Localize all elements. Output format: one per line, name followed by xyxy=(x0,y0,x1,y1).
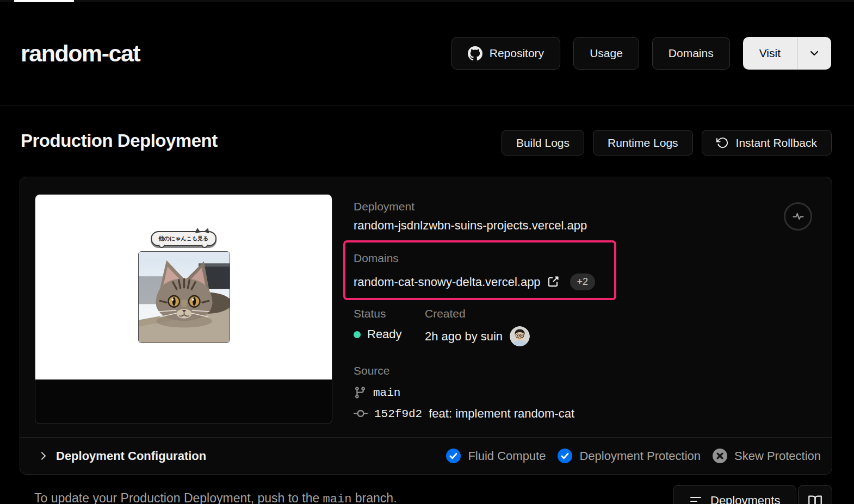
cat-paw-icon xyxy=(158,245,165,248)
deployments-button[interactable]: Deployments xyxy=(673,485,796,504)
docs-button[interactable] xyxy=(798,485,832,504)
update-hint-text: To update your Production Deployment, pu… xyxy=(34,491,397,504)
cat-photo xyxy=(138,251,230,343)
commit-message: feat: implement random-cat xyxy=(429,407,574,421)
chevron-down-icon xyxy=(808,47,821,60)
repository-button[interactable]: Repository xyxy=(451,37,560,70)
more-domains-badge[interactable]: +2 xyxy=(570,273,596,290)
domains-button[interactable]: Domains xyxy=(652,37,730,70)
source-commit-row: 152f9d2 feat: implement random-cat xyxy=(354,407,574,421)
source-branch-name[interactable]: main xyxy=(373,387,400,399)
status-value: Ready xyxy=(354,327,402,341)
visit-split-button: Visit xyxy=(743,37,831,70)
status-ready-text: Ready xyxy=(367,327,402,341)
list-icon xyxy=(689,494,702,504)
created-label: Created xyxy=(425,307,466,320)
visit-dropdown-button[interactable] xyxy=(797,37,831,70)
preview-bubble-label: 他のにゃんこも見る xyxy=(159,235,209,241)
deployment-card: 他のにゃんこも見る xyxy=(20,177,832,475)
project-header: random-cat Repository Usage Domains Visi… xyxy=(0,2,854,105)
page-title: random-cat xyxy=(21,40,140,67)
created-value: 2h ago by suin xyxy=(425,326,530,346)
highlight-annotation xyxy=(343,240,616,300)
deployment-configuration-label: Deployment Configuration xyxy=(56,449,206,463)
commit-hash[interactable]: 152f9d2 xyxy=(374,408,422,420)
cat-ear-icon xyxy=(195,227,201,233)
observability-button[interactable] xyxy=(784,202,812,231)
runtime-logs-label: Runtime Logs xyxy=(608,136,678,150)
deployment-configuration-toggle[interactable]: Deployment Configuration xyxy=(38,449,206,463)
update-hint-suffix: branch. xyxy=(351,491,397,504)
build-logs-button[interactable]: Build Logs xyxy=(502,130,584,155)
production-deployment-heading: Production Deployment xyxy=(21,130,218,151)
config-badges: Fluid Compute Deployment Protection Skew… xyxy=(446,449,821,463)
avatar xyxy=(510,326,530,346)
domain-link[interactable]: random-cat-snowy-delta.vercel.app xyxy=(354,275,541,289)
build-logs-label: Build Logs xyxy=(516,136,570,150)
activity-icon xyxy=(791,209,806,224)
domain-row: random-cat-snowy-delta.vercel.app +2 xyxy=(354,273,595,290)
preview-bubble: 他のにゃんこも見る xyxy=(151,231,217,246)
domains-label: Domains xyxy=(354,252,399,265)
deployment-configuration-row: Deployment Configuration Fluid Compute D… xyxy=(20,437,832,474)
site-screenshot: 他のにゃんこも見る xyxy=(35,195,332,379)
update-hint-prefix: To update your Production Deployment, pu… xyxy=(34,491,323,504)
skew-protection-badge[interactable]: Skew Protection xyxy=(713,449,821,463)
deployment-preview[interactable]: 他のにゃんこも見る xyxy=(35,194,332,424)
git-branch-icon xyxy=(354,386,367,399)
status-ready-dot-icon xyxy=(354,331,361,338)
deployment-protection-badge[interactable]: Deployment Protection xyxy=(558,449,701,463)
cat-paw-icon xyxy=(201,245,208,248)
github-icon xyxy=(468,46,482,61)
chevron-right-icon xyxy=(38,450,49,462)
deployment-url[interactable]: random-jsdnlzwbn-suins-projects.vercel.a… xyxy=(354,219,587,233)
vercel-project-page: { "header": { "title": "random-cat", "bu… xyxy=(0,0,854,504)
book-icon xyxy=(808,494,822,504)
created-text: 2h ago by suin xyxy=(425,329,503,344)
header-actions: Repository Usage Domains Visit xyxy=(451,37,831,70)
repository-button-label: Repository xyxy=(490,47,544,60)
visit-button[interactable]: Visit xyxy=(743,37,797,70)
runtime-logs-button[interactable]: Runtime Logs xyxy=(593,130,693,155)
external-link-icon[interactable] xyxy=(547,276,559,288)
status-label: Status xyxy=(354,307,386,320)
rotate-ccw-icon xyxy=(716,136,729,149)
fluid-compute-label: Fluid Compute xyxy=(468,449,546,463)
fluid-compute-badge[interactable]: Fluid Compute xyxy=(446,449,546,463)
check-circle-icon xyxy=(558,449,572,463)
skew-protection-label: Skew Protection xyxy=(734,449,821,463)
usage-button[interactable]: Usage xyxy=(573,37,639,70)
deployment-protection-label: Deployment Protection xyxy=(579,449,701,463)
deployment-label: Deployment xyxy=(354,200,414,213)
update-hint-branch: main xyxy=(323,493,352,504)
production-actions: Build Logs Runtime Logs Instant Rollback xyxy=(502,130,832,155)
x-circle-icon xyxy=(713,449,727,463)
git-commit-icon xyxy=(354,407,368,421)
instant-rollback-label: Instant Rollback xyxy=(736,136,817,150)
usage-button-label: Usage xyxy=(590,47,623,60)
source-branch-row: main xyxy=(354,386,400,399)
cat-ear-icon xyxy=(204,227,211,234)
source-label: Source xyxy=(354,364,390,377)
instant-rollback-button[interactable]: Instant Rollback xyxy=(702,130,832,155)
deployments-button-label: Deployments xyxy=(710,494,780,504)
visit-button-label: Visit xyxy=(759,47,781,60)
domains-button-label: Domains xyxy=(669,47,714,60)
check-circle-icon xyxy=(446,449,461,463)
